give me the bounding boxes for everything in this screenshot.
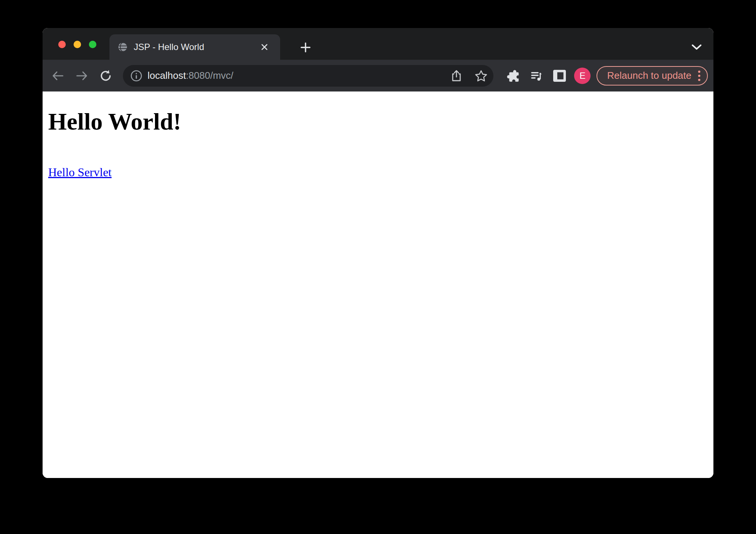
- extensions-button[interactable]: [505, 67, 522, 84]
- tab-title: JSP - Hello World: [134, 42, 258, 52]
- url-bar[interactable]: localhost:8080/mvc/: [123, 65, 493, 87]
- kebab-menu-icon[interactable]: [698, 71, 700, 81]
- tab-strip: JSP - Hello World: [43, 28, 713, 60]
- zoom-window-button[interactable]: [89, 41, 96, 48]
- window-controls: [58, 41, 96, 48]
- globe-icon: [118, 42, 128, 52]
- media-playlist-icon: [530, 69, 543, 83]
- avatar-initial: E: [579, 71, 585, 81]
- new-tab-button[interactable]: [297, 39, 314, 56]
- relaunch-label: Relaunch to update: [607, 70, 691, 81]
- url-path: :8080/mvc/: [186, 70, 233, 81]
- reload-button[interactable]: [97, 67, 115, 85]
- browser-window: JSP - Hello World: [43, 28, 713, 478]
- close-window-button[interactable]: [58, 41, 66, 48]
- share-icon: [451, 69, 462, 82]
- info-icon[interactable]: [130, 70, 142, 82]
- star-icon: [475, 70, 487, 82]
- forward-icon: [75, 70, 88, 81]
- close-icon[interactable]: [258, 41, 270, 53]
- toolbar: localhost:8080/mvc/: [43, 60, 713, 91]
- page-content: Hello World! Hello Servlet: [43, 91, 713, 478]
- profile-avatar[interactable]: E: [574, 68, 591, 84]
- media-controls-button[interactable]: [528, 67, 545, 84]
- extensions-puzzle-icon: [506, 69, 520, 83]
- link-row: Hello Servlet: [48, 165, 708, 179]
- side-panel-button[interactable]: [551, 67, 568, 84]
- relaunch-to-update-button[interactable]: Relaunch to update: [597, 66, 708, 86]
- url-text: localhost:8080/mvc/: [148, 70, 233, 81]
- chevron-down-icon: [691, 44, 702, 50]
- page-heading: Hello World!: [48, 109, 708, 135]
- forward-button[interactable]: [73, 67, 91, 85]
- url-host: localhost: [148, 70, 186, 81]
- back-button[interactable]: [49, 67, 67, 85]
- back-icon: [52, 70, 64, 81]
- reload-icon: [99, 69, 112, 82]
- minimize-window-button[interactable]: [74, 41, 81, 48]
- tab-jsp-hello-world[interactable]: JSP - Hello World: [109, 34, 280, 60]
- tab-overflow-button[interactable]: [690, 42, 704, 52]
- bookmark-button[interactable]: [475, 69, 487, 82]
- hello-servlet-link[interactable]: Hello Servlet: [48, 165, 112, 179]
- share-button[interactable]: [450, 69, 463, 82]
- side-panel-icon: [553, 69, 566, 82]
- new-tab-plus-icon: [300, 42, 311, 53]
